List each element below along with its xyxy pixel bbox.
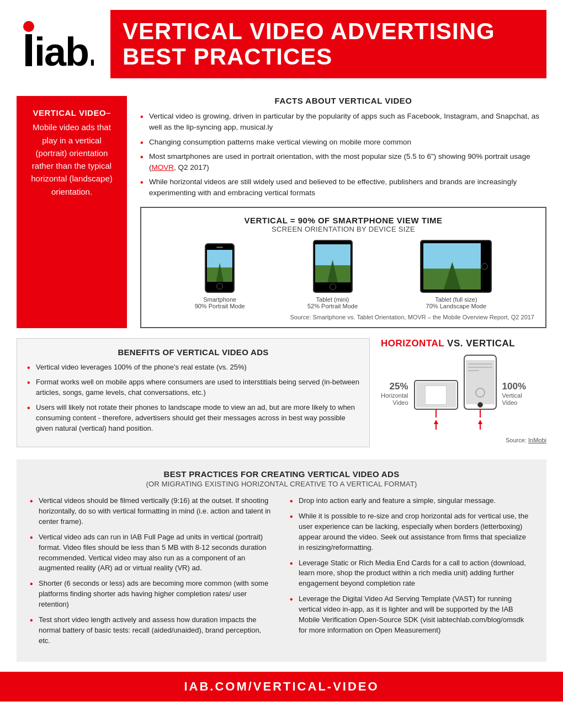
bp-item-2-1: Drop into action early and feature a sim…: [290, 496, 533, 506]
sidebar-dash: –: [106, 108, 110, 117]
header: iab. VERTICAL VIDEO ADVERTISING BEST PRA…: [0, 0, 563, 86]
hvv-arrows: [414, 420, 497, 432]
hvv-left-label: 25% Horizontal Video: [381, 381, 408, 406]
vertical-video-definition: VERTICAL VIDEO– Mobile video ads that pl…: [17, 96, 127, 328]
hvv-left-arrow-icon: [414, 420, 458, 431]
tablet-full-sublabel: 70% Landscape Mode: [420, 303, 492, 309]
hvv-title: HORIZONTAL VS. VERTICAL: [381, 338, 546, 349]
best-practices-columns: Vertical videos should be filmed vertica…: [30, 496, 533, 651]
bp-item-2-4: Leverage the Digital Video Ad Serving Te…: [290, 594, 533, 635]
phone-vertical-graphic: [205, 243, 235, 293]
sidebar-title: VERTICAL VIDEO: [33, 108, 107, 117]
vertical-phone: [464, 355, 497, 410]
facts-list: Vertical video is growing, driven in par…: [140, 111, 546, 198]
svg-point-0: [23, 21, 34, 32]
bp-item-1-3: Shorter (6 seconds or less) ads are beco…: [30, 579, 273, 610]
best-practices-col1: Vertical videos should be filmed vertica…: [30, 496, 273, 651]
hvv-right-label: 100% Vertical Video: [502, 381, 526, 406]
iab-logo: iab.: [17, 19, 94, 70]
svg-text:iab.: iab.: [34, 30, 94, 68]
hvv-source: Source: InMobi: [381, 437, 546, 443]
bp-list-col2: Drop into action early and feature a sim…: [290, 496, 533, 635]
horizontal-phone: [414, 380, 458, 410]
mid-section: BENEFITS OF VERTICAL VIDEO ADS Vertical …: [17, 338, 546, 447]
tablet-full-device: Tablet (full size) 70% Landscape Mode: [420, 240, 492, 309]
tablet-mini-graphic: [313, 240, 353, 293]
screen-orientation-section: VERTICAL = 90% OF SMARTPHONE VIEW TIME S…: [140, 207, 546, 328]
svg-marker-4: [434, 420, 438, 424]
smartphone-device: Smartphone 90% Portrait Mode: [195, 243, 245, 309]
hvv-phones-container: [414, 355, 497, 432]
bp-item-1-1: Vertical videos should be filmed vertica…: [30, 496, 273, 527]
footer: IAB.COM/VERTICAL-VIDEO: [0, 672, 563, 702]
tablet-landscape-graphic: [420, 240, 492, 293]
movr-link[interactable]: MOVR: [152, 163, 174, 172]
bp-item-2-3: Leverage Static or Rich Media End Cards …: [290, 558, 533, 590]
bp-item-1-2: Vertical video ads can run in IAB Full P…: [30, 532, 273, 574]
benefit-item-3: Users will likely not rotate their phone…: [27, 403, 359, 434]
facts-item-1: Vertical video is growing, driven in par…: [140, 111, 546, 132]
hvv-phones: [414, 355, 497, 417]
facts-item-3: Most smartphones are used in portrait or…: [140, 151, 546, 173]
smartphone-label: Smartphone: [195, 296, 245, 303]
screen-orientation-title: VERTICAL = 90% OF SMARTPHONE VIEW TIME: [152, 216, 534, 225]
svg-marker-6: [478, 420, 482, 424]
screen-orientation-subtitle: SCREEN ORIENTATION BY DEVICE SIZE: [152, 225, 534, 233]
tablet-full-label: Tablet (full size): [420, 296, 492, 303]
svg-rect-1: [25, 34, 32, 66]
benefits-list: Vertical video leverages 100% of the pho…: [27, 362, 359, 433]
tablet-mini-device: Tablet (mini) 52% Portrait Mode: [307, 240, 358, 309]
best-practices-col2: Drop into action early and feature a sim…: [290, 496, 533, 651]
facts-right: FACTS ABOUT VERTICAL VIDEO Vertical vide…: [140, 96, 546, 328]
bp-list-col1: Vertical videos should be filmed vertica…: [30, 496, 273, 646]
main-content: VERTICAL VIDEO– Mobile video ads that pl…: [0, 96, 563, 662]
horizontal-phone-container: [414, 382, 458, 417]
facts-section: VERTICAL VIDEO– Mobile video ads that pl…: [17, 96, 546, 328]
device-row: Smartphone 90% Portrait Mode Table: [152, 240, 534, 309]
bp-item-2-2: While it is possible to re-size and crop…: [290, 511, 533, 553]
sidebar-body: Mobile video ads that play in a vertical…: [26, 121, 117, 198]
benefit-item-1: Vertical video leverages 100% of the pho…: [27, 362, 359, 373]
vertical-phone-container: [464, 355, 497, 417]
best-practices-title: BEST PRACTICES FOR CREATING VERTICAL VID…: [30, 469, 533, 479]
footer-text: IAB.COM/VERTICAL-VIDEO: [17, 679, 546, 694]
header-title: VERTICAL VIDEO ADVERTISING BEST PRACTICE…: [123, 19, 534, 69]
facts-title: FACTS ABOUT VERTICAL VIDEO: [140, 96, 546, 105]
facts-item-4: While horizontal videos are still widely…: [140, 176, 546, 198]
header-title-block: VERTICAL VIDEO ADVERTISING BEST PRACTICE…: [110, 10, 546, 78]
hvv-block: HORIZONTAL VS. VERTICAL 25% Horizontal V…: [381, 338, 546, 447]
best-practices-section: BEST PRACTICES FOR CREATING VERTICAL VID…: [17, 459, 546, 662]
benefit-item-2: Format works well on mobile apps where c…: [27, 377, 359, 398]
tablet-mini-label: Tablet (mini): [307, 296, 358, 303]
tablet-mini-sublabel: 52% Portrait Mode: [307, 303, 358, 309]
inmobi-link[interactable]: InMobi: [528, 437, 546, 443]
screen-orientation-source: Source: Smartphone vs. Tablet Orientatio…: [152, 314, 534, 320]
best-practices-subtitle: (OR MIGRATING EXISTING HORIZONTAL CREATI…: [30, 480, 533, 488]
hvv-visual: 25% Horizontal Video: [381, 355, 546, 432]
hvv-right-arrow-icon: [464, 420, 497, 431]
facts-item-2: Changing consumption patterns make verti…: [140, 137, 546, 148]
smartphone-sublabel: 90% Portrait Mode: [195, 303, 245, 309]
bp-item-1-4: Test short video length actively and ass…: [30, 615, 273, 646]
benefits-block: BENEFITS OF VERTICAL VIDEO ADS Vertical …: [17, 338, 370, 447]
benefits-title: BENEFITS OF VERTICAL VIDEO ADS: [27, 347, 359, 357]
